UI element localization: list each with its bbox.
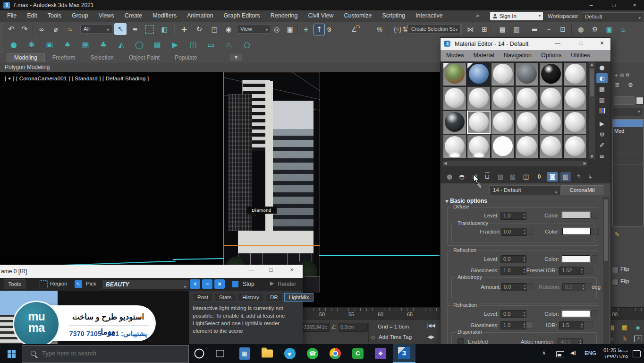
sample-type-icon[interactable]: ● [596, 62, 608, 72]
command-panel-tabs[interactable]: ＋ ◎ ⚙ [614, 73, 630, 78]
pick-label[interactable]: Pick [86, 281, 96, 286]
render-image-plane[interactable]: Diamond [223, 72, 320, 293]
snaps-toggle-button[interactable]: ↑ [314, 24, 325, 35]
teapot-render-icon[interactable]: ♨ [222, 40, 236, 50]
fresnel-ior-spinner[interactable]: 1.52 [559, 267, 584, 275]
material-map-navigator-icon[interactable]: ≡ [596, 151, 608, 161]
menu-group[interactable]: Group [67, 10, 93, 21]
menu-create[interactable]: Create [119, 10, 148, 21]
select-by-name-icon[interactable]: ≡ [129, 24, 141, 35]
get-material-icon[interactable]: ◍ [444, 172, 455, 182]
layer-explorer-icon[interactable]: ▤ [497, 24, 508, 35]
select-manipulate-icon[interactable]: ▣ [284, 24, 296, 35]
region-icon[interactable] [40, 280, 48, 288]
ior-map-button[interactable] [585, 321, 593, 328]
me-menu-material[interactable]: Material [469, 50, 499, 60]
material-sample-13[interactable] [443, 111, 466, 134]
material-sample-9[interactable] [491, 86, 515, 110]
3dsmax-taskbar-button[interactable]: 3 [393, 344, 415, 363]
fraction-spinner[interactable]: 0.0 [501, 228, 527, 236]
edit-named-selection-sets-icon[interactable]: {✎} [392, 24, 403, 35]
go-to-parent-icon[interactable]: ↰ [574, 172, 584, 182]
diffuse-color-swatch[interactable] [562, 212, 590, 219]
window-crossing-icon[interactable]: ◧ [159, 24, 170, 35]
sample-hscrollbar[interactable]: ◀ ▶ [443, 161, 587, 166]
make-preview-icon[interactable]: ▶ [596, 119, 608, 129]
material-editor-icon[interactable]: ◍ [575, 24, 586, 35]
vfb-zoom-in-icon[interactable]: + [190, 279, 200, 289]
layer-table-icon[interactable]: ▦ [78, 40, 93, 50]
toolbar-drag-handle[interactable] [0, 22, 3, 37]
layers-icon[interactable]: ▩ [150, 40, 164, 50]
vfb-tools-button[interactable]: Tools [4, 279, 25, 289]
material-sample-18[interactable] [563, 111, 587, 134]
undo-icon[interactable]: ↶ [6, 24, 17, 35]
material-sample-15[interactable] [491, 111, 515, 134]
align-icon[interactable]: ⊞ [479, 24, 490, 35]
trees-icon[interactable]: ♠ [60, 40, 75, 50]
calculator-button[interactable]: ▦ [234, 344, 255, 363]
chrome-button[interactable] [325, 344, 346, 363]
ribbon-tab-object-paint[interactable]: Object Paint [121, 53, 167, 62]
vfb-tab-history[interactable]: History [237, 293, 264, 302]
material-sample-6[interactable] [563, 62, 587, 86]
material-sample-10[interactable] [515, 86, 539, 110]
material-sample-24[interactable] [563, 135, 587, 158]
pick-icon[interactable]: ↖ [75, 280, 82, 288]
ribbon-tab-selection[interactable]: Selection [83, 53, 121, 62]
mirror-icon[interactable]: ⋈ [465, 24, 476, 35]
put-material-to-scene-icon[interactable]: ◓ [457, 172, 467, 182]
camera-icon[interactable]: ▣ [42, 40, 57, 50]
menu-civil-view[interactable]: Civil View [303, 10, 339, 21]
select-object-button[interactable]: ↖ [114, 23, 127, 35]
select-and-move-icon[interactable]: + [178, 24, 190, 35]
toggle-layers-icon[interactable]: ▥ [511, 24, 522, 35]
minimize-ribbon-icon[interactable]: ▬ [529, 24, 540, 35]
camtasia-button[interactable]: C [347, 344, 368, 363]
me-menu-options[interactable]: Options [536, 50, 566, 60]
render-label[interactable]: Render [278, 281, 296, 287]
vfb-maximize-button[interactable]: □ [262, 265, 280, 275]
material-sample-7[interactable] [443, 86, 466, 110]
orbit-icon[interactable]: ♄ [619, 334, 630, 344]
flip-checkbox[interactable] [612, 267, 619, 273]
menu-overflow-icon[interactable]: » [476, 12, 479, 19]
redo-icon[interactable]: ↷ [19, 24, 30, 35]
options-icon[interactable]: ⚙ [596, 130, 608, 139]
material-type-button[interactable]: CoronaMtl [561, 185, 603, 195]
me-minimize-button[interactable]: — [548, 38, 567, 48]
material-sample-1[interactable] [443, 62, 466, 86]
anisotropy-amount-spinner[interactable]: 0.0 [501, 283, 527, 291]
rotation-map-button[interactable] [585, 283, 592, 290]
maximize-viewport-icon[interactable]: ↗ [634, 336, 642, 342]
whatsapp-button[interactable]: ☎ [302, 344, 323, 363]
snap-3d-icon[interactable]: 3 [328, 26, 331, 33]
selection-filter-dropdown[interactable]: All▼ [80, 24, 112, 34]
menu-views[interactable]: Views [93, 10, 119, 21]
configure-modifier-sets-icon[interactable]: ✎ [615, 232, 619, 237]
z-coordinate-field[interactable]: 0,0cm [339, 323, 368, 332]
render-setup-icon[interactable]: ⚙ [589, 24, 601, 35]
sample-vscrollbar[interactable]: ▲ ▼ [589, 62, 595, 159]
tree-icon[interactable]: ♣ [96, 40, 110, 50]
me-close-button[interactable]: × [593, 38, 611, 48]
material-sample-14[interactable] [467, 111, 491, 134]
file-explorer-button[interactable] [257, 344, 278, 363]
stack-row[interactable] [613, 135, 643, 143]
modifier-list-dropdown[interactable]: ▼ [613, 108, 643, 116]
viewport-label[interactable]: [ + ] [ CoronaCamera001 ] [ Standard ] [… [5, 76, 149, 81]
show-shaded-material-in-viewport-icon[interactable]: ◙ [547, 172, 558, 182]
search-input[interactable] [41, 349, 175, 357]
material-sample-22[interactable] [515, 135, 539, 158]
add-time-tag[interactable]: Add Time Tag [379, 334, 412, 340]
material-sample-19[interactable] [443, 135, 466, 158]
material-sample-12[interactable] [563, 86, 587, 110]
select-and-place-icon[interactable]: ◉ [223, 24, 234, 35]
material-sample-5[interactable] [539, 62, 563, 86]
utilities-wrench-icon[interactable]: ⚙ [628, 82, 633, 88]
menu-graph-editors[interactable]: Graph Editors [219, 10, 265, 21]
zoom-extents-icon[interactable]: ◈ [632, 323, 644, 332]
monitor-icon[interactable]: ▭ [204, 40, 218, 50]
frame-step-icons[interactable]: ◀▶ [427, 335, 434, 339]
refraction-level-spinner[interactable]: 0.0 [500, 310, 526, 318]
